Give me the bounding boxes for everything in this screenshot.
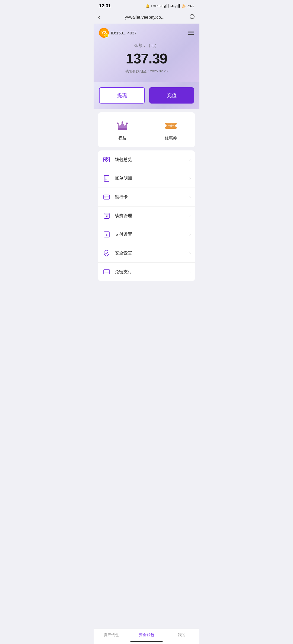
arrow-icon-2: › (189, 195, 191, 199)
benefits-label: 权益 (118, 136, 126, 141)
svg-text:V: V (106, 35, 107, 37)
svg-rect-7 (179, 4, 180, 8)
svg-rect-37 (104, 198, 106, 198)
security-icon (102, 249, 111, 257)
5g-label: 5G (170, 4, 174, 8)
signal-icon (164, 4, 169, 8)
svg-rect-13 (118, 128, 127, 130)
arrow-icon-4: › (189, 232, 191, 237)
balance-label: 余额：（元） (99, 43, 194, 48)
header-section: YZ V ID:153....4037 余额：（元） 137.39 钱包有效期至… (94, 24, 199, 82)
renewal-label: 续费管理 (115, 213, 189, 219)
browser-bar: ‹ yvwallet.yeepay.co... (94, 11, 199, 24)
menu-item-wallet-overview[interactable]: 钱包总览 › (98, 150, 195, 169)
svg-text:¥: ¥ (106, 233, 108, 237)
battery-percent: 70% (187, 4, 194, 8)
signal-icon-2 (176, 4, 180, 8)
user-id: ID:153....4037 (111, 31, 136, 35)
bill-label: 账单明细 (115, 176, 189, 181)
menu-item-bill[interactable]: 账单明细 › (98, 169, 195, 188)
svg-point-16 (126, 123, 128, 124)
bill-icon (102, 174, 111, 183)
wallet-overview-label: 钱包总览 (115, 157, 189, 163)
bank-icon (102, 193, 111, 201)
svg-text:券: 券 (169, 124, 173, 127)
face-payment-icon (102, 268, 111, 276)
menu-list: 钱包总览 › 账单明细 › (98, 150, 195, 281)
crown-icon (115, 119, 129, 133)
svg-point-15 (122, 121, 123, 123)
action-buttons: 提现 充值 (94, 82, 199, 109)
arrow-icon-5: › (189, 251, 191, 256)
menu-item-security[interactable]: 安全设置 › (98, 244, 195, 263)
arrow-icon-6: › (189, 269, 191, 274)
expiry-text: 钱包有效期至：2025.02.26 (99, 69, 194, 74)
browser-url: yvwallet.yeepay.co... (104, 15, 186, 20)
svg-rect-0 (164, 6, 165, 8)
svg-rect-34 (104, 175, 106, 181)
svg-rect-22 (167, 123, 175, 124)
coupon-icon: 券 (164, 119, 178, 133)
menu-item-renewal[interactable]: ¥ 续费管理 › (98, 207, 195, 225)
svg-point-25 (106, 159, 107, 160)
svg-rect-2 (167, 4, 167, 8)
quick-item-coupons[interactable]: 券 优惠券 (146, 119, 195, 141)
svg-rect-1 (165, 5, 166, 8)
payment-label: 支付设置 (115, 232, 189, 237)
balance-section: 余额：（元） 137.39 钱包有效期至：2025.02.26 (99, 43, 194, 74)
user-info: YZ V ID:153....4037 (99, 28, 136, 38)
svg-rect-3 (168, 4, 168, 8)
bank-label: 银行卡 (115, 194, 189, 200)
user-avatar: YZ V (99, 28, 109, 38)
page-content: YZ V ID:153....4037 余额：（元） 137.39 钱包有效期至… (94, 24, 199, 306)
withdraw-button[interactable]: 提现 (99, 87, 145, 104)
face-payment-label: 免密支付 (115, 269, 189, 275)
arrow-icon-0: › (189, 157, 191, 162)
menu-item-payment[interactable]: ¥ 支付设置 › (98, 225, 195, 244)
coupons-label: 优惠券 (165, 136, 177, 141)
refresh-button[interactable] (189, 14, 195, 21)
quick-menu: 权益 券 优惠券 (98, 112, 195, 147)
back-button[interactable]: ‹ (98, 13, 100, 21)
payment-icon: ¥ (102, 230, 111, 239)
svg-rect-6 (178, 4, 179, 8)
status-time: 12:31 (99, 3, 111, 9)
menu-item-bank[interactable]: 银行卡 › (98, 188, 195, 207)
header-top: YZ V ID:153....4037 (99, 28, 194, 38)
svg-rect-46 (104, 272, 109, 272)
alarm-icon: 🔔 (146, 4, 150, 8)
quick-item-benefits[interactable]: 权益 (98, 119, 146, 141)
menu-button[interactable] (188, 31, 194, 35)
recharge-button[interactable]: 充值 (149, 87, 194, 104)
arrow-icon-1: › (189, 176, 191, 181)
svg-point-14 (117, 123, 119, 124)
svg-rect-41 (104, 213, 109, 215)
arrow-icon-3: › (189, 213, 191, 218)
menu-item-face-payment[interactable]: 免密支付 › (98, 263, 195, 281)
status-icons: 🔔 179 KB/S 5G 🔆 70% (146, 4, 194, 8)
svg-text:¥: ¥ (106, 214, 108, 218)
network-speed: 179 KB/S (151, 4, 163, 8)
status-bar: 12:31 🔔 179 KB/S 5G 🔆 70% (94, 0, 199, 11)
wallet-overview-icon (102, 155, 111, 164)
svg-rect-5 (177, 5, 177, 8)
renewal-icon: ¥ (102, 211, 111, 220)
security-label: 安全设置 (115, 250, 189, 256)
balance-amount: 137.39 (99, 50, 194, 67)
svg-rect-4 (176, 6, 176, 8)
battery-icon: 🔆 (181, 4, 186, 8)
